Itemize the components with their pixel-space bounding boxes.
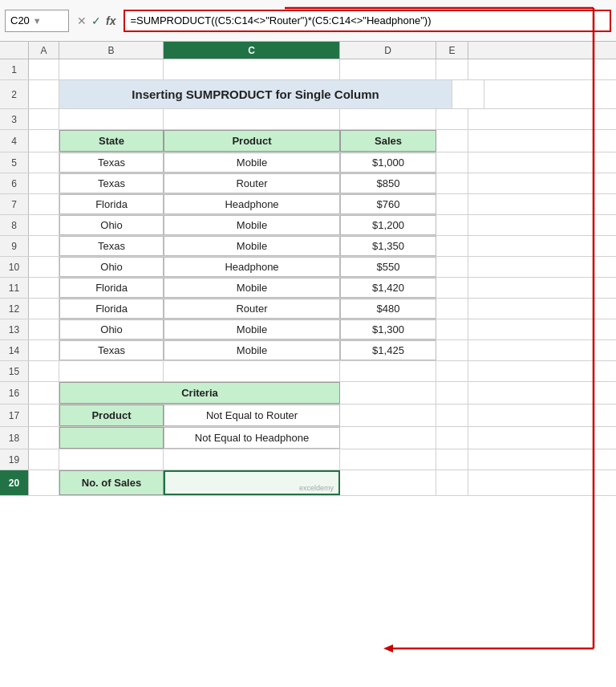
cell-e2[interactable] [452, 80, 484, 108]
cell-d8[interactable]: $1,200 [340, 215, 436, 235]
cell-e13[interactable] [436, 319, 468, 339]
cell-a14[interactable] [29, 340, 59, 360]
cell-a18[interactable] [29, 427, 59, 449]
cell-c8[interactable]: Mobile [164, 215, 340, 235]
cell-e10[interactable] [436, 257, 468, 277]
criteria-val-2[interactable]: Not Equal to Headphone [164, 427, 340, 449]
cell-a7[interactable] [29, 194, 59, 214]
cell-b13[interactable]: Ohio [59, 319, 164, 339]
cell-a13[interactable] [29, 319, 59, 339]
cancel-icon[interactable]: ✕ [77, 14, 87, 27]
cell-e18[interactable] [436, 427, 468, 449]
cell-e8[interactable] [436, 215, 468, 235]
cell-e1[interactable] [436, 59, 468, 79]
cell-a4[interactable] [29, 130, 59, 152]
cell-d11[interactable]: $1,420 [340, 278, 436, 298]
col-header-a[interactable]: A [29, 42, 59, 59]
cell-b3[interactable] [59, 109, 164, 129]
cell-reference-box[interactable]: C20 ▼ [5, 10, 69, 32]
cell-e12[interactable] [436, 299, 468, 319]
cell-d7[interactable]: $760 [340, 194, 436, 214]
cell-b6[interactable]: Texas [59, 173, 164, 193]
cell-d19[interactable] [340, 449, 436, 470]
cell-a9[interactable] [29, 236, 59, 256]
cell-e20[interactable] [436, 470, 468, 495]
cell-a20[interactable] [29, 470, 59, 495]
cell-e19[interactable] [436, 449, 468, 470]
cell-d20[interactable] [340, 470, 436, 495]
cell-a17[interactable] [29, 404, 59, 426]
formula-input[interactable]: =SUMPRODUCT((C5:C14<>"Router")*(C5:C14<>… [124, 10, 611, 32]
cell-d14[interactable]: $1,425 [340, 340, 436, 360]
col-header-b[interactable]: B [59, 42, 164, 59]
cell-a16[interactable] [29, 382, 59, 404]
col-header-e[interactable]: E [436, 42, 468, 59]
cell-d12[interactable]: $480 [340, 299, 436, 319]
cell-d1[interactable] [340, 59, 436, 79]
cell-c3[interactable] [164, 109, 340, 129]
cell-e11[interactable] [436, 278, 468, 298]
cell-a6[interactable] [29, 173, 59, 193]
cell-c5[interactable]: Mobile [164, 152, 340, 173]
cell-b1[interactable] [59, 59, 164, 79]
cell-c1[interactable] [164, 59, 340, 79]
cell-e5[interactable] [436, 152, 468, 173]
cell-e16[interactable] [436, 382, 468, 404]
cell-d15[interactable] [340, 361, 436, 381]
cell-c13[interactable]: Mobile [164, 319, 340, 339]
cell-a11[interactable] [29, 278, 59, 298]
cell-a12[interactable] [29, 299, 59, 319]
cell-e9[interactable] [436, 236, 468, 256]
confirm-icon[interactable]: ✓ [91, 14, 101, 27]
cell-b14[interactable]: Texas [59, 340, 164, 360]
cell-d16[interactable] [340, 382, 436, 404]
header-sales[interactable]: Sales [340, 130, 436, 152]
cell-b5[interactable]: Texas [59, 152, 164, 173]
cell-d10[interactable]: $550 [340, 257, 436, 277]
cell-b7[interactable]: Florida [59, 194, 164, 214]
cell-a10[interactable] [29, 257, 59, 277]
cell-b10[interactable]: Ohio [59, 257, 164, 277]
cell-b9[interactable]: Texas [59, 236, 164, 256]
cell-b15[interactable] [59, 361, 164, 381]
cell-e4[interactable] [436, 130, 468, 152]
cell-c11[interactable]: Mobile [164, 278, 340, 298]
cell-c14[interactable]: Mobile [164, 340, 340, 360]
cell-c12[interactable]: Router [164, 299, 340, 319]
cell-e15[interactable] [436, 361, 468, 381]
cell-b12[interactable]: Florida [59, 299, 164, 319]
cell-a1[interactable] [29, 59, 59, 79]
cell-d3[interactable] [340, 109, 436, 129]
no-sales-value-cell[interactable]: exceldemy [164, 470, 340, 495]
cell-b19[interactable] [59, 449, 164, 470]
cell-d18[interactable] [340, 427, 436, 449]
cell-d9[interactable]: $1,350 [340, 236, 436, 256]
cell-c6[interactable]: Router [164, 173, 340, 193]
cell-e14[interactable] [436, 340, 468, 360]
cell-a3[interactable] [29, 109, 59, 129]
cell-e17[interactable] [436, 404, 468, 426]
col-header-c[interactable]: C [164, 42, 340, 59]
header-state[interactable]: State [59, 130, 164, 152]
cell-d5[interactable]: $1,000 [340, 152, 436, 173]
cell-a15[interactable] [29, 361, 59, 381]
cell-e7[interactable] [436, 194, 468, 214]
cell-d13[interactable]: $1,300 [340, 319, 436, 339]
criteria-val-1[interactable]: Not Equal to Router [164, 404, 340, 426]
col-header-d[interactable]: D [340, 42, 436, 59]
cell-c7[interactable]: Headphone [164, 194, 340, 214]
title-cell[interactable]: Inserting SUMPRODUCT for Single Column [59, 80, 452, 108]
cell-a8[interactable] [29, 215, 59, 235]
cell-c19[interactable] [164, 449, 340, 470]
cell-e6[interactable] [436, 173, 468, 193]
cell-b11[interactable]: Florida [59, 278, 164, 298]
cell-d6[interactable]: $850 [340, 173, 436, 193]
criteria-header-cell[interactable]: Criteria [59, 382, 340, 404]
cell-c10[interactable]: Headphone [164, 257, 340, 277]
cell-d17[interactable] [340, 404, 436, 426]
cell-a5[interactable] [29, 152, 59, 173]
cell-e3[interactable] [436, 109, 468, 129]
cell-b8[interactable]: Ohio [59, 215, 164, 235]
cell-c15[interactable] [164, 361, 340, 381]
cell-a2[interactable] [29, 80, 59, 108]
